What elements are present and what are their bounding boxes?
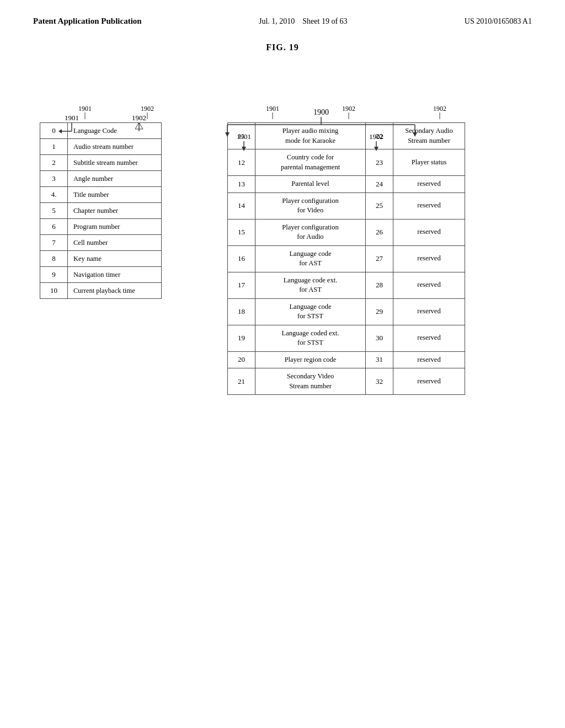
table-row: 7Cell number xyxy=(40,235,162,251)
table-row: 18Language code for STST29reserved xyxy=(228,298,465,325)
header-sheet: Sheet 19 of 63 xyxy=(302,17,347,25)
table-row: 8Key name xyxy=(40,251,162,267)
table-row: 0Language Code xyxy=(40,123,162,139)
right-col3-label: 1902 xyxy=(409,105,470,121)
figure-title: FIG. 19 xyxy=(0,42,565,52)
right-col1-label: 1901 xyxy=(257,105,288,121)
table-row: 15Player configuration for Audio26reserv… xyxy=(228,219,465,245)
table-row: 11Player audio mixing mode for Karaoke22… xyxy=(228,123,465,149)
left-col2-label: 1902 xyxy=(100,105,194,121)
table-row: 1Audio stream number xyxy=(40,139,162,155)
left-data-table: 0Language Code1Audio stream number2Subti… xyxy=(40,122,162,299)
table-row: 10Current playback time xyxy=(40,283,162,299)
table-row: 5Chapter number xyxy=(40,203,162,219)
right-data-table: 11Player audio mixing mode for Karaoke22… xyxy=(227,122,465,395)
table-row: 3Angle number xyxy=(40,171,162,187)
table-row: 13Parental level24reserved xyxy=(228,176,465,193)
header-publication: Patent Application Publication xyxy=(33,17,142,26)
header-patent: US 2010/0165083 A1 xyxy=(465,17,532,26)
table-row: 4.Title number xyxy=(40,187,162,203)
table-row: 6Program number xyxy=(40,219,162,235)
table-row: 14Player configuration for Video25reserv… xyxy=(228,192,465,219)
table-row: 19Language coded ext. for STST30reserved xyxy=(228,325,465,351)
left-col1-label: 1901 xyxy=(70,105,100,121)
table-row: 9Navigation timer xyxy=(40,267,162,283)
table-row: 21Secondary Video Stream number32reserve… xyxy=(228,368,465,395)
table-row: 2Subtitle stream number xyxy=(40,155,162,171)
table-row: 12Country code for parental management23… xyxy=(228,149,465,176)
table-row: 16Language code for AST27reserved xyxy=(228,245,465,272)
table-row: 17Language code ext. for AST28reserved xyxy=(228,272,465,298)
right-col2-label: 1902 xyxy=(288,105,409,121)
header-date: Jul. 1, 2010 Sheet 19 of 63 xyxy=(259,17,348,26)
table-row: 20Player region code31reserved xyxy=(228,351,465,368)
